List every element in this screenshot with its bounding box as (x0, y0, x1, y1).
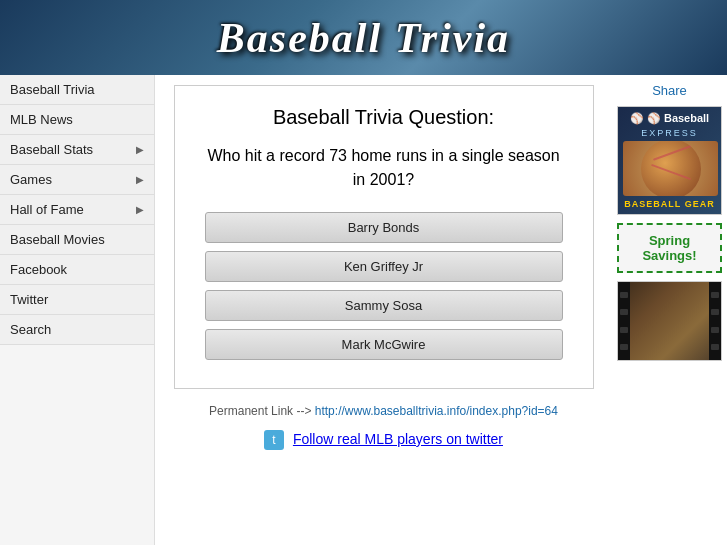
film-hole (620, 309, 628, 315)
sidebar-item-baseball-trivia[interactable]: Baseball Trivia (0, 75, 154, 105)
sidebar-item-mlb-news[interactable]: MLB News (0, 105, 154, 135)
answers-container: Barry BondsKen Griffey JrSammy SosaMark … (205, 212, 563, 360)
sidebar-item-label: Hall of Fame (10, 202, 84, 217)
header: Baseball Trivia (0, 0, 727, 75)
spring-savings-ad[interactable]: Spring Savings! (617, 223, 722, 273)
film-hole (711, 292, 719, 298)
film-strip (618, 282, 630, 360)
sidebar-item-label: Baseball Trivia (10, 82, 95, 97)
sidebar-item-games[interactable]: Games▶ (0, 165, 154, 195)
sidebar-item-facebook[interactable]: Facebook (0, 255, 154, 285)
answer-button[interactable]: Ken Griffey Jr (205, 251, 563, 282)
twitter-follow-link[interactable]: Follow real MLB players on twitter (293, 431, 503, 447)
sidebar-item-baseball-movies[interactable]: Baseball Movies (0, 225, 154, 255)
film-hole (711, 327, 719, 333)
permanent-link-url[interactable]: http://www.baseballtrivia.info/index.php… (315, 404, 558, 418)
baseball-ad-content: ⚾ ⚾ Baseball EXPRESS BASEBALL GEAR (618, 107, 721, 214)
sidebar-item-baseball-stats[interactable]: Baseball Stats▶ (0, 135, 154, 165)
film-strip-right (709, 282, 721, 360)
film-hole (620, 327, 628, 333)
sidebar: Baseball TriviaMLB NewsBaseball Stats▶Ga… (0, 75, 155, 545)
film-hole (711, 344, 719, 350)
sidebar-item-label: Facebook (10, 262, 67, 277)
trivia-title: Baseball Trivia Question: (205, 106, 563, 129)
share-link[interactable]: Share (617, 83, 722, 98)
sidebar-item-label: Twitter (10, 292, 48, 307)
trivia-box: Baseball Trivia Question: Who hit a reco… (174, 85, 594, 389)
sidebar-arrow-icon: ▶ (136, 204, 144, 215)
sidebar-arrow-icon: ▶ (136, 174, 144, 185)
site-title: Baseball Trivia (217, 14, 510, 62)
baseball-ad[interactable]: ⚾ ⚾ Baseball EXPRESS BASEBALL GEAR (617, 106, 722, 215)
permanent-link-label: Permanent Link --> (209, 404, 311, 418)
film-hole (620, 292, 628, 298)
permanent-link-section: Permanent Link --> http://www.baseballtr… (170, 404, 597, 418)
twitter-follow-section: t Follow real MLB players on twitter (170, 430, 597, 450)
answer-button[interactable]: Sammy Sosa (205, 290, 563, 321)
trivia-question: Who hit a record 73 home runs in a singl… (205, 144, 563, 192)
sidebar-item-hall-of-fame[interactable]: Hall of Fame▶ (0, 195, 154, 225)
film-hole (711, 309, 719, 315)
right-sidebar: Share ⚾ ⚾ Baseball EXPRESS BASEBALL GEAR… (612, 75, 727, 545)
film-ad[interactable] (617, 281, 722, 361)
gear-text: BASEBALL GEAR (623, 199, 716, 209)
sidebar-item-label: Baseball Stats (10, 142, 93, 157)
spring-savings-text: Spring Savings! (642, 233, 696, 263)
sidebar-item-search[interactable]: Search (0, 315, 154, 345)
sidebar-item-label: MLB News (10, 112, 73, 127)
answer-button[interactable]: Barry Bonds (205, 212, 563, 243)
main-content: Baseball Trivia Question: Who hit a reco… (155, 75, 612, 545)
sidebar-item-label: Games (10, 172, 52, 187)
sidebar-item-label: Baseball Movies (10, 232, 105, 247)
sidebar-item-twitter[interactable]: Twitter (0, 285, 154, 315)
film-hole (620, 344, 628, 350)
express-label: EXPRESS (623, 128, 716, 138)
baseball-image (623, 141, 718, 196)
main-layout: Baseball TriviaMLB NewsBaseball Stats▶Ga… (0, 75, 727, 545)
sidebar-item-label: Search (10, 322, 51, 337)
sidebar-arrow-icon: ▶ (136, 144, 144, 155)
baseball-logo: ⚾ ⚾ Baseball (623, 112, 716, 125)
answer-button[interactable]: Mark McGwire (205, 329, 563, 360)
twitter-icon: t (264, 430, 284, 450)
